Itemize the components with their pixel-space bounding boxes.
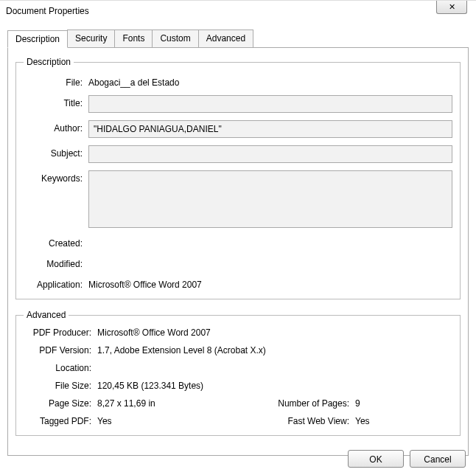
advanced-legend: Advanced [24,310,69,320]
tab-advanced[interactable]: Advanced [198,30,253,47]
created-label: Created: [24,235,88,249]
description-group: Description File: Abogaci__a del Estado … [15,57,461,299]
version-value: 1.7, Adobe Extension Level 8 (Acrobat X.… [97,345,452,356]
location-value [97,363,452,373]
producer-label: PDF Producer: [24,327,97,338]
author-field[interactable] [88,120,452,138]
tab-description[interactable]: Description [7,30,68,48]
tagged-value: Yes [97,416,112,426]
title-label: Title: [24,95,88,108]
dialog-footer: OK Cancel [348,450,466,468]
description-legend: Description [24,57,74,67]
cancel-button[interactable]: Cancel [410,450,466,468]
subject-label: Subject: [24,145,88,159]
modified-value [88,256,452,259]
advanced-group: Advanced PDF Producer: Microsoft® Office… [15,310,461,436]
location-label: Location: [24,363,97,373]
close-button[interactable]: ✕ [436,1,467,14]
pagesize-label: Page Size: [24,398,97,409]
filesize-label: File Size: [24,381,97,391]
title-field[interactable] [88,95,452,113]
numpages-label: Number of Pages: [245,398,355,409]
producer-value: Microsoft® Office Word 2007 [97,327,452,338]
pagesize-value: 8,27 x 11,69 in [97,398,155,409]
modified-label: Modified: [24,256,88,269]
application-value: Microsoft® Office Word 2007 [88,277,452,290]
tab-panel-description: Description File: Abogaci__a del Estado … [7,48,469,456]
tab-security[interactable]: Security [67,30,115,47]
version-label: PDF Version: [24,345,97,356]
keywords-field[interactable] [88,170,452,228]
tab-custom[interactable]: Custom [152,30,198,47]
tab-fonts[interactable]: Fonts [114,30,153,47]
numpages-value: 9 [355,398,360,409]
ok-button[interactable]: OK [348,450,404,468]
filesize-value: 120,45 KB (123.341 Bytes) [97,381,452,391]
file-label: File: [24,74,88,88]
author-label: Author: [24,120,88,134]
file-value: Abogaci__a del Estado [88,74,452,88]
subject-field[interactable] [88,145,452,163]
tab-bar: Description Security Fonts Custom Advanc… [7,30,469,48]
window-title: Document Properties [6,6,89,16]
fastweb-value: Yes [355,416,370,426]
created-value [88,235,452,238]
fastweb-label: Fast Web View: [245,416,355,426]
keywords-label: Keywords: [24,170,88,184]
tagged-label: Tagged PDF: [24,416,97,426]
application-label: Application: [24,277,88,290]
